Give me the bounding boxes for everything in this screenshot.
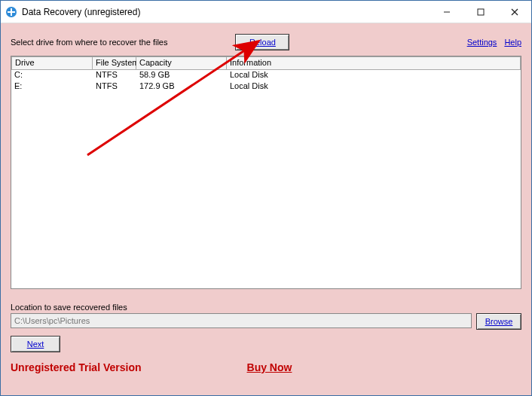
drive-table: Drive File System Capacity Information C… [11,56,521,289]
next-button[interactable]: Next [11,336,60,352]
table-row[interactable]: C: NTFS 58.9 GB Local Disk [11,70,521,81]
svg-rect-4 [478,9,484,15]
footer-row: Unregistered Trial Version Buy Now [11,361,521,373]
cell-drive: E: [11,81,93,93]
col-header-drive[interactable]: Drive [11,56,93,70]
browse-button[interactable]: Browse [476,313,521,330]
window-controls [430,1,531,23]
location-input[interactable] [11,313,472,328]
svg-rect-2 [8,11,15,13]
top-links: Settings Help [467,38,521,47]
cell-fs: NTFS [93,70,136,81]
minimize-button[interactable] [430,1,463,23]
reload-button[interactable]: Reload [235,34,289,50]
table-body: C: NTFS 58.9 GB Local Disk E: NTFS 172.9… [11,70,521,93]
window-title: Data Recovery (unregistered) [22,7,430,17]
table-row[interactable]: E: NTFS 172.9 GB Local Disk [11,81,521,93]
instruction-text: Select drive from where to recover the f… [11,38,167,47]
cell-capacity: 58.9 GB [136,70,227,81]
top-row: Select drive from where to recover the f… [11,33,521,51]
cell-info: Local Disk [227,81,521,93]
cell-drive: C: [11,70,93,81]
titlebar: Data Recovery (unregistered) [1,1,531,23]
table-header: Drive File System Capacity Information [11,56,521,70]
col-header-information[interactable]: Information [227,56,521,70]
unregistered-text: Unregistered Trial Version [11,361,142,373]
close-button[interactable] [497,1,531,23]
col-header-capacity[interactable]: Capacity [136,56,227,70]
col-header-filesystem[interactable]: File System [93,56,136,70]
cell-capacity: 172.9 GB [136,81,227,93]
maximize-button[interactable] [463,1,497,23]
client-area: Select drive from where to recover the f… [1,23,531,395]
location-label: Location to save recovered files [11,303,521,312]
settings-link[interactable]: Settings [467,38,497,47]
app-icon [5,6,17,18]
help-link[interactable]: Help [504,38,521,47]
location-row: Browse [11,313,521,330]
cell-info: Local Disk [227,70,521,81]
app-window: Data Recovery (unregistered) Select driv… [0,0,532,396]
cell-fs: NTFS [93,81,136,93]
buy-now-link[interactable]: Buy Now [247,361,292,373]
